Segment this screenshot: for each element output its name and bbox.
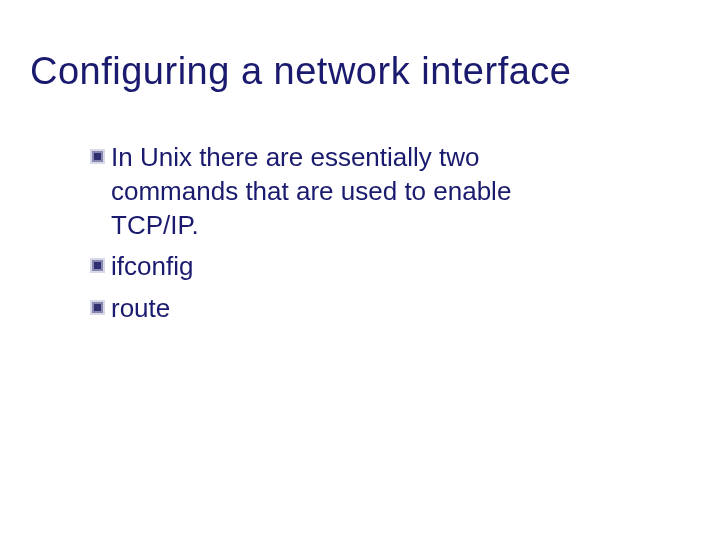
svg-rect-5 [94,262,101,269]
slide-container: Configuring a network interface In Unix … [0,0,720,540]
list-item: In Unix there are essentially two comman… [90,141,690,242]
list-item: ifconfig [90,250,690,284]
bullet-icon [90,149,105,164]
bullet-text: In Unix there are essentially two comman… [111,141,591,242]
svg-rect-8 [94,304,101,311]
bullet-icon [90,300,105,315]
svg-rect-2 [94,153,101,160]
bullet-icon [90,258,105,273]
slide-title: Configuring a network interface [30,50,690,93]
bullet-text: route [111,292,170,326]
list-item: route [90,292,690,326]
bullet-text: ifconfig [111,250,193,284]
slide-content: In Unix there are essentially two comman… [30,141,690,326]
